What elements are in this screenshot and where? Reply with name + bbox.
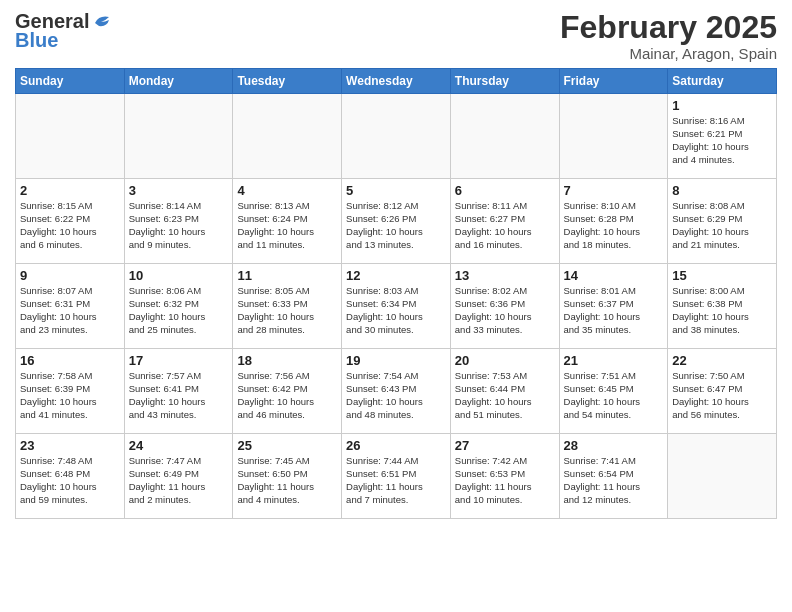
day-info: Sunrise: 7:41 AM Sunset: 6:54 PM Dayligh… [564,455,664,506]
calendar-cell: 26Sunrise: 7:44 AM Sunset: 6:51 PM Dayli… [342,434,451,519]
day-number: 7 [564,183,664,198]
calendar-week-5: 23Sunrise: 7:48 AM Sunset: 6:48 PM Dayli… [16,434,777,519]
calendar-cell: 28Sunrise: 7:41 AM Sunset: 6:54 PM Dayli… [559,434,668,519]
day-header-row: Sunday Monday Tuesday Wednesday Thursday… [16,69,777,94]
day-info: Sunrise: 8:14 AM Sunset: 6:23 PM Dayligh… [129,200,229,251]
day-info: Sunrise: 8:02 AM Sunset: 6:36 PM Dayligh… [455,285,555,336]
header: General Blue February 2025 Mainar, Arago… [15,10,777,62]
calendar-cell: 7Sunrise: 8:10 AM Sunset: 6:28 PM Daylig… [559,179,668,264]
header-monday: Monday [124,69,233,94]
day-number: 13 [455,268,555,283]
day-number: 11 [237,268,337,283]
page: General Blue February 2025 Mainar, Arago… [0,0,792,612]
calendar-cell: 25Sunrise: 7:45 AM Sunset: 6:50 PM Dayli… [233,434,342,519]
logo-blue-text: Blue [15,29,58,52]
calendar-cell [450,94,559,179]
day-info: Sunrise: 8:12 AM Sunset: 6:26 PM Dayligh… [346,200,446,251]
day-info: Sunrise: 7:42 AM Sunset: 6:53 PM Dayligh… [455,455,555,506]
day-number: 20 [455,353,555,368]
day-info: Sunrise: 8:03 AM Sunset: 6:34 PM Dayligh… [346,285,446,336]
calendar-cell: 11Sunrise: 8:05 AM Sunset: 6:33 PM Dayli… [233,264,342,349]
calendar-cell: 16Sunrise: 7:58 AM Sunset: 6:39 PM Dayli… [16,349,125,434]
day-info: Sunrise: 8:11 AM Sunset: 6:27 PM Dayligh… [455,200,555,251]
day-info: Sunrise: 7:56 AM Sunset: 6:42 PM Dayligh… [237,370,337,421]
location: Mainar, Aragon, Spain [560,45,777,62]
day-number: 28 [564,438,664,453]
calendar-cell [559,94,668,179]
calendar-cell: 14Sunrise: 8:01 AM Sunset: 6:37 PM Dayli… [559,264,668,349]
day-number: 4 [237,183,337,198]
header-tuesday: Tuesday [233,69,342,94]
day-info: Sunrise: 8:01 AM Sunset: 6:37 PM Dayligh… [564,285,664,336]
calendar-cell: 1Sunrise: 8:16 AM Sunset: 6:21 PM Daylig… [668,94,777,179]
day-number: 25 [237,438,337,453]
day-number: 27 [455,438,555,453]
calendar-cell: 6Sunrise: 8:11 AM Sunset: 6:27 PM Daylig… [450,179,559,264]
calendar-week-4: 16Sunrise: 7:58 AM Sunset: 6:39 PM Dayli… [16,349,777,434]
day-number: 18 [237,353,337,368]
day-number: 1 [672,98,772,113]
calendar-cell: 10Sunrise: 8:06 AM Sunset: 6:32 PM Dayli… [124,264,233,349]
day-info: Sunrise: 7:54 AM Sunset: 6:43 PM Dayligh… [346,370,446,421]
calendar-cell [124,94,233,179]
day-info: Sunrise: 8:10 AM Sunset: 6:28 PM Dayligh… [564,200,664,251]
day-info: Sunrise: 7:48 AM Sunset: 6:48 PM Dayligh… [20,455,120,506]
day-info: Sunrise: 7:53 AM Sunset: 6:44 PM Dayligh… [455,370,555,421]
day-info: Sunrise: 7:45 AM Sunset: 6:50 PM Dayligh… [237,455,337,506]
calendar-cell [668,434,777,519]
calendar-cell: 3Sunrise: 8:14 AM Sunset: 6:23 PM Daylig… [124,179,233,264]
day-number: 12 [346,268,446,283]
calendar-cell: 12Sunrise: 8:03 AM Sunset: 6:34 PM Dayli… [342,264,451,349]
header-wednesday: Wednesday [342,69,451,94]
day-info: Sunrise: 8:05 AM Sunset: 6:33 PM Dayligh… [237,285,337,336]
day-number: 22 [672,353,772,368]
calendar-cell: 13Sunrise: 8:02 AM Sunset: 6:36 PM Dayli… [450,264,559,349]
day-info: Sunrise: 7:47 AM Sunset: 6:49 PM Dayligh… [129,455,229,506]
month-title: February 2025 [560,10,777,45]
day-number: 9 [20,268,120,283]
day-info: Sunrise: 8:06 AM Sunset: 6:32 PM Dayligh… [129,285,229,336]
day-number: 2 [20,183,120,198]
day-number: 10 [129,268,229,283]
calendar-cell: 19Sunrise: 7:54 AM Sunset: 6:43 PM Dayli… [342,349,451,434]
calendar-cell: 21Sunrise: 7:51 AM Sunset: 6:45 PM Dayli… [559,349,668,434]
calendar-cell [16,94,125,179]
title-block: February 2025 Mainar, Aragon, Spain [560,10,777,62]
calendar-cell: 18Sunrise: 7:56 AM Sunset: 6:42 PM Dayli… [233,349,342,434]
header-thursday: Thursday [450,69,559,94]
calendar-cell: 2Sunrise: 8:15 AM Sunset: 6:22 PM Daylig… [16,179,125,264]
day-info: Sunrise: 8:00 AM Sunset: 6:38 PM Dayligh… [672,285,772,336]
day-info: Sunrise: 7:51 AM Sunset: 6:45 PM Dayligh… [564,370,664,421]
day-number: 3 [129,183,229,198]
day-info: Sunrise: 8:08 AM Sunset: 6:29 PM Dayligh… [672,200,772,251]
day-number: 24 [129,438,229,453]
day-number: 15 [672,268,772,283]
calendar-cell: 22Sunrise: 7:50 AM Sunset: 6:47 PM Dayli… [668,349,777,434]
day-info: Sunrise: 7:58 AM Sunset: 6:39 PM Dayligh… [20,370,120,421]
calendar-cell: 23Sunrise: 7:48 AM Sunset: 6:48 PM Dayli… [16,434,125,519]
calendar-week-2: 2Sunrise: 8:15 AM Sunset: 6:22 PM Daylig… [16,179,777,264]
day-info: Sunrise: 7:50 AM Sunset: 6:47 PM Dayligh… [672,370,772,421]
calendar-table: Sunday Monday Tuesday Wednesday Thursday… [15,68,777,519]
calendar-cell: 24Sunrise: 7:47 AM Sunset: 6:49 PM Dayli… [124,434,233,519]
day-number: 8 [672,183,772,198]
calendar-cell: 27Sunrise: 7:42 AM Sunset: 6:53 PM Dayli… [450,434,559,519]
day-number: 19 [346,353,446,368]
header-friday: Friday [559,69,668,94]
calendar-cell [233,94,342,179]
day-number: 23 [20,438,120,453]
day-info: Sunrise: 8:13 AM Sunset: 6:24 PM Dayligh… [237,200,337,251]
day-number: 21 [564,353,664,368]
day-number: 17 [129,353,229,368]
calendar-week-3: 9Sunrise: 8:07 AM Sunset: 6:31 PM Daylig… [16,264,777,349]
calendar-cell [342,94,451,179]
day-number: 16 [20,353,120,368]
day-info: Sunrise: 7:57 AM Sunset: 6:41 PM Dayligh… [129,370,229,421]
day-info: Sunrise: 8:07 AM Sunset: 6:31 PM Dayligh… [20,285,120,336]
day-number: 6 [455,183,555,198]
day-number: 5 [346,183,446,198]
day-info: Sunrise: 8:15 AM Sunset: 6:22 PM Dayligh… [20,200,120,251]
calendar-cell: 15Sunrise: 8:00 AM Sunset: 6:38 PM Dayli… [668,264,777,349]
header-sunday: Sunday [16,69,125,94]
logo: General Blue [15,10,113,52]
